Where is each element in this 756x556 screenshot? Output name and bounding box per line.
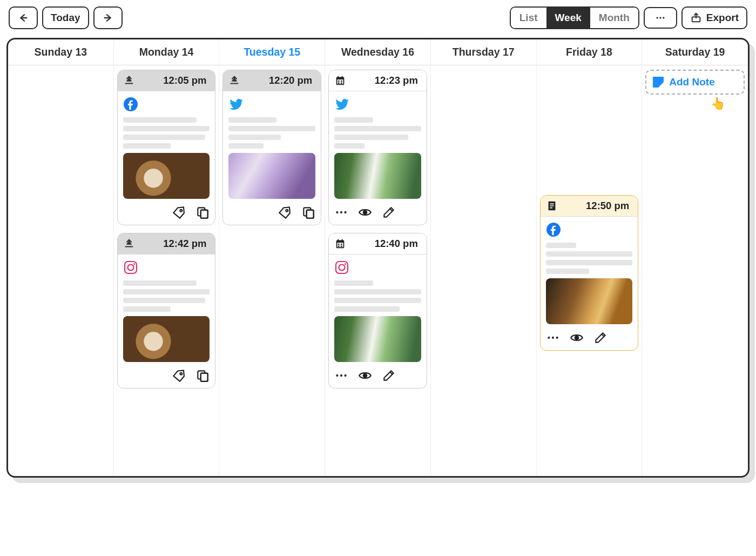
instagram-icon bbox=[123, 260, 138, 275]
day-head-sunday: Sunday 13 bbox=[8, 39, 114, 65]
post-card[interactable]: 12:05 pm bbox=[117, 70, 216, 225]
day-col-monday[interactable]: 12:05 pm 12:42 pm bbox=[114, 65, 220, 476]
toolbar: Today List Week Month Export bbox=[6, 6, 750, 29]
post-text-placeholder bbox=[334, 117, 421, 149]
arrow-right-icon bbox=[102, 12, 114, 24]
day-head-friday: Friday 18 bbox=[537, 39, 643, 65]
post-card-header: 12:20 pm bbox=[223, 70, 321, 91]
instagram-icon bbox=[334, 260, 349, 275]
upload-icon bbox=[123, 238, 135, 250]
more-icon[interactable] bbox=[334, 369, 348, 383]
post-actions bbox=[329, 203, 427, 225]
arrow-left-icon bbox=[17, 12, 29, 24]
cursor-hand-icon: 👆 bbox=[711, 97, 725, 111]
view-segmented-control: List Week Month bbox=[510, 6, 639, 29]
dots-icon bbox=[652, 12, 669, 23]
post-card-header: 12:23 pm bbox=[329, 70, 427, 91]
eye-icon[interactable] bbox=[570, 331, 584, 345]
post-text-placeholder bbox=[123, 280, 210, 312]
post-text-placeholder bbox=[123, 117, 210, 149]
next-week-button[interactable] bbox=[93, 6, 123, 29]
post-card[interactable]: 12:40 pm bbox=[328, 233, 427, 388]
day-col-tuesday[interactable]: 12:20 pm bbox=[219, 65, 325, 476]
edit-icon[interactable] bbox=[593, 331, 608, 345]
day-col-thursday[interactable] bbox=[431, 65, 537, 476]
day-head-tuesday: Tuesday 15 bbox=[219, 39, 325, 65]
add-note-label: Add Note bbox=[669, 76, 714, 88]
day-col-saturday[interactable]: Add Note 👆 bbox=[642, 65, 748, 476]
view-list-tab[interactable]: List bbox=[511, 8, 546, 28]
day-head-thursday: Thursday 17 bbox=[431, 39, 537, 65]
note-doc-icon bbox=[546, 200, 558, 212]
week-body: 12:05 pm 12:42 pm bbox=[8, 65, 748, 476]
copy-icon[interactable] bbox=[195, 369, 210, 383]
facebook-icon bbox=[123, 97, 138, 112]
post-card-header: 12:42 pm bbox=[118, 233, 215, 254]
post-thumbnail bbox=[123, 153, 210, 199]
post-card[interactable]: 12:20 pm bbox=[222, 70, 321, 225]
upload-icon bbox=[123, 75, 135, 86]
post-text-placeholder bbox=[228, 117, 315, 149]
edit-icon[interactable] bbox=[382, 369, 396, 383]
post-time: 12:20 pm bbox=[246, 75, 315, 86]
week-calendar: Sunday 13 Monday 14 Tuesday 15 Wednesday… bbox=[6, 38, 750, 478]
today-button[interactable]: Today bbox=[42, 6, 89, 29]
post-time: 12:42 pm bbox=[140, 238, 210, 250]
tag-icon[interactable] bbox=[278, 205, 292, 219]
tag-icon[interactable] bbox=[172, 205, 186, 219]
export-label: Export bbox=[706, 12, 739, 24]
post-card-header: 12:50 pm bbox=[541, 196, 638, 217]
calendar-icon bbox=[334, 238, 346, 250]
post-card-header: 12:05 pm bbox=[118, 70, 215, 91]
export-icon bbox=[690, 12, 702, 24]
post-thumbnail bbox=[334, 153, 421, 199]
post-time: 12:23 pm bbox=[352, 75, 421, 86]
post-time: 12:50 pm bbox=[563, 200, 633, 212]
edit-icon[interactable] bbox=[382, 205, 396, 219]
post-thumbnail bbox=[334, 316, 421, 362]
post-thumbnail bbox=[228, 153, 315, 199]
view-week-tab[interactable]: Week bbox=[546, 8, 590, 28]
post-card[interactable]: 12:50 pm bbox=[540, 195, 639, 351]
day-col-wednesday[interactable]: 12:23 pm 12:40 pm bbox=[325, 65, 431, 476]
more-icon[interactable] bbox=[334, 205, 348, 219]
tag-icon[interactable] bbox=[172, 369, 186, 383]
post-card[interactable]: 12:42 pm bbox=[117, 233, 216, 388]
more-options-button[interactable] bbox=[644, 7, 677, 29]
export-button[interactable]: Export bbox=[681, 6, 747, 29]
post-actions bbox=[118, 366, 215, 388]
eye-icon[interactable] bbox=[358, 369, 372, 383]
eye-icon[interactable] bbox=[358, 205, 372, 219]
post-card-header: 12:40 pm bbox=[329, 233, 427, 254]
post-text-placeholder bbox=[546, 243, 633, 274]
post-thumbnail bbox=[546, 278, 633, 324]
day-head-saturday: Saturday 19 bbox=[642, 39, 748, 65]
upload-icon bbox=[228, 75, 240, 86]
week-header: Sunday 13 Monday 14 Tuesday 15 Wednesday… bbox=[8, 39, 748, 65]
facebook-icon bbox=[546, 222, 561, 237]
twitter-icon bbox=[334, 97, 349, 112]
post-text-placeholder bbox=[334, 280, 421, 312]
copy-icon[interactable] bbox=[301, 205, 315, 219]
post-actions bbox=[541, 329, 638, 350]
post-thumbnail bbox=[123, 316, 210, 362]
prev-week-button[interactable] bbox=[9, 6, 38, 29]
day-col-friday[interactable]: 12:50 pm bbox=[537, 65, 643, 476]
note-icon bbox=[653, 77, 664, 88]
post-actions bbox=[223, 203, 321, 225]
post-actions bbox=[118, 203, 215, 225]
copy-icon[interactable] bbox=[195, 205, 210, 219]
post-time: 12:05 pm bbox=[140, 75, 210, 86]
view-month-tab[interactable]: Month bbox=[590, 8, 638, 28]
twitter-icon bbox=[228, 97, 244, 112]
day-head-monday: Monday 14 bbox=[114, 39, 220, 65]
post-card[interactable]: 12:23 pm bbox=[328, 70, 427, 225]
more-icon[interactable] bbox=[546, 331, 560, 345]
calendar-icon bbox=[334, 75, 346, 86]
post-time: 12:40 pm bbox=[352, 238, 421, 250]
add-note-button[interactable]: Add Note bbox=[645, 70, 745, 95]
day-head-wednesday: Wednesday 16 bbox=[325, 39, 431, 65]
post-actions bbox=[329, 366, 427, 388]
day-col-sunday[interactable] bbox=[8, 65, 114, 476]
